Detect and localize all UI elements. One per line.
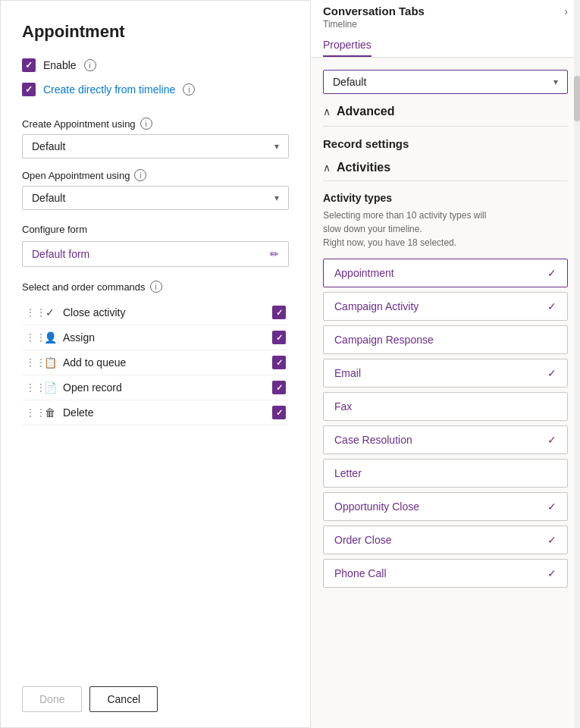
activities-collapse-icon: ∧ — [323, 162, 331, 174]
scrollbar-track — [574, 0, 580, 728]
footer-buttons: Done Cancel — [22, 671, 289, 712]
activity-email-label: Email — [334, 367, 361, 379]
open-using-label: Open Appointment using i — [22, 169, 289, 181]
create-directly-checkbox[interactable] — [22, 83, 36, 96]
activities-section[interactable]: ∧ Activities — [323, 161, 568, 174]
activity-item-email[interactable]: Email ✓ — [323, 359, 568, 388]
open-record-icon: 📄 — [43, 381, 57, 394]
pencil-icon[interactable]: ✏ — [270, 248, 279, 260]
create-using-label: Create Appointment using i — [22, 118, 289, 130]
create-using-dropdown[interactable]: Default ▾ — [22, 134, 289, 158]
delete-label: Delete — [63, 406, 266, 419]
commands-info-icon[interactable]: i — [150, 281, 162, 293]
drag-handle-assign[interactable]: ⋮⋮ — [25, 331, 37, 344]
properties-tab: Properties — [323, 33, 568, 57]
activity-campaign-activity-label: Campaign Activity — [334, 300, 419, 312]
right-panel: Conversation Tabs › Timeline Properties … — [311, 0, 580, 728]
create-using-arrow: ▾ — [274, 141, 279, 152]
delete-icon: 🗑 — [43, 406, 57, 419]
advanced-divider — [323, 126, 568, 127]
activity-item-opportunity-close[interactable]: Opportunity Close ✓ — [323, 492, 568, 521]
close-activity-icon: ✓ — [43, 306, 57, 318]
activity-item-order-close[interactable]: Order Close ✓ — [323, 526, 568, 554]
activity-appointment-label: Appointment — [334, 267, 394, 279]
configure-form-box[interactable]: Default form ✏ — [22, 241, 289, 267]
advanced-section[interactable]: ∧ Advanced — [323, 105, 568, 118]
delete-checkbox[interactable] — [272, 406, 286, 419]
record-settings-title: Record settings — [323, 137, 568, 150]
open-record-label: Open record — [63, 381, 266, 394]
default-dropdown[interactable]: Default ▾ — [323, 70, 568, 94]
panel-title: Appointment — [22, 22, 289, 42]
command-row-close: ⋮⋮ ✓ Close activity — [22, 300, 289, 325]
activity-email-check: ✓ — [547, 367, 556, 379]
left-panel: Appointment Enable i Create directly fro… — [0, 0, 311, 728]
activity-order-close-check: ✓ — [547, 534, 556, 546]
configure-form-label: Configure form — [22, 224, 289, 235]
advanced-title: Advanced — [337, 105, 394, 118]
assign-checkbox[interactable] — [272, 331, 286, 344]
activities-divider — [323, 180, 568, 181]
open-using-arrow: ▾ — [274, 193, 279, 203]
advanced-collapse-icon: ∧ — [323, 105, 331, 118]
activity-item-phone-call[interactable]: Phone Call ✓ — [323, 559, 568, 588]
open-using-info-icon[interactable]: i — [134, 169, 146, 181]
activity-item-campaign-response[interactable]: Campaign Response — [323, 325, 568, 354]
commands-section: Select and order commands i ⋮⋮ ✓ Close a… — [22, 281, 289, 425]
create-directly-info-icon[interactable]: i — [183, 83, 195, 96]
activity-campaign-response-label: Campaign Response — [334, 334, 434, 346]
activity-case-resolution-check: ✓ — [547, 434, 556, 446]
default-dropdown-arrow: ▾ — [553, 77, 558, 87]
commands-label: Select and order commands i — [22, 281, 289, 293]
drag-handle-close[interactable]: ⋮⋮ — [25, 306, 37, 318]
activity-item-fax[interactable]: Fax — [323, 392, 568, 421]
default-dropdown-value: Default — [333, 76, 366, 88]
drag-handle-delete[interactable]: ⋮⋮ — [25, 406, 37, 419]
create-directly-row: Create directly from timeline i — [22, 83, 289, 96]
activity-case-resolution-label: Case Resolution — [334, 434, 412, 446]
chevron-right-icon[interactable]: › — [564, 5, 568, 17]
done-button[interactable]: Done — [22, 686, 82, 712]
enable-checkbox[interactable] — [22, 58, 36, 72]
activity-campaign-activity-check: ✓ — [547, 300, 556, 312]
activity-item-letter[interactable]: Letter — [323, 459, 568, 488]
enable-row: Enable i — [22, 58, 289, 72]
enable-label: Enable — [43, 59, 77, 71]
activity-order-close-label: Order Close — [334, 534, 391, 546]
activity-fax-label: Fax — [334, 400, 352, 413]
assign-label: Assign — [63, 331, 266, 344]
assign-icon: 👤 — [43, 331, 57, 344]
create-directly-label: Create directly from timeline — [43, 83, 175, 96]
activity-phone-call-label: Phone Call — [334, 567, 387, 579]
cancel-button[interactable]: Cancel — [89, 686, 158, 712]
activity-item-campaign-activity[interactable]: Campaign Activity ✓ — [323, 292, 568, 321]
create-using-info-icon[interactable]: i — [140, 118, 152, 130]
drag-handle-open-record[interactable]: ⋮⋮ — [25, 381, 37, 394]
scrollbar-thumb[interactable] — [574, 76, 580, 121]
command-row-delete: ⋮⋮ 🗑 Delete — [22, 400, 289, 425]
command-row-assign: ⋮⋮ 👤 Assign — [22, 325, 289, 350]
drag-handle-add-queue[interactable]: ⋮⋮ — [25, 356, 37, 369]
command-row-open-record: ⋮⋮ 📄 Open record — [22, 375, 289, 400]
activities-title: Activities — [337, 161, 390, 174]
activity-item-case-resolution[interactable]: Case Resolution ✓ — [323, 425, 568, 454]
activity-item-appointment[interactable]: Appointment ✓ — [323, 259, 568, 287]
right-body: Default ▾ ∧ Advanced Record settings ∧ A… — [311, 58, 580, 728]
add-to-queue-label: Add to queue — [63, 356, 266, 369]
open-using-dropdown[interactable]: Default ▾ — [22, 186, 289, 210]
activity-opportunity-close-label: Opportunity Close — [334, 500, 419, 513]
add-to-queue-icon: 📋 — [43, 356, 57, 369]
open-record-checkbox[interactable] — [272, 381, 286, 394]
timeline-label: Timeline — [323, 19, 568, 33]
add-to-queue-checkbox[interactable] — [272, 356, 286, 369]
configure-form-value: Default form — [32, 248, 89, 260]
command-row-add-queue: ⋮⋮ 📋 Add to queue — [22, 350, 289, 375]
activity-appointment-check: ✓ — [547, 267, 556, 279]
activity-info-text: Selecting more than 10 activity types wi… — [323, 209, 568, 249]
enable-info-icon[interactable]: i — [84, 59, 96, 71]
right-panel-wrapper: Conversation Tabs › Timeline Properties … — [311, 0, 580, 728]
close-activity-checkbox[interactable] — [272, 306, 286, 319]
properties-tab-item[interactable]: Properties — [323, 33, 372, 57]
right-header: Conversation Tabs › Timeline Properties — [311, 0, 580, 58]
conv-tabs-title: Conversation Tabs — [323, 5, 425, 17]
